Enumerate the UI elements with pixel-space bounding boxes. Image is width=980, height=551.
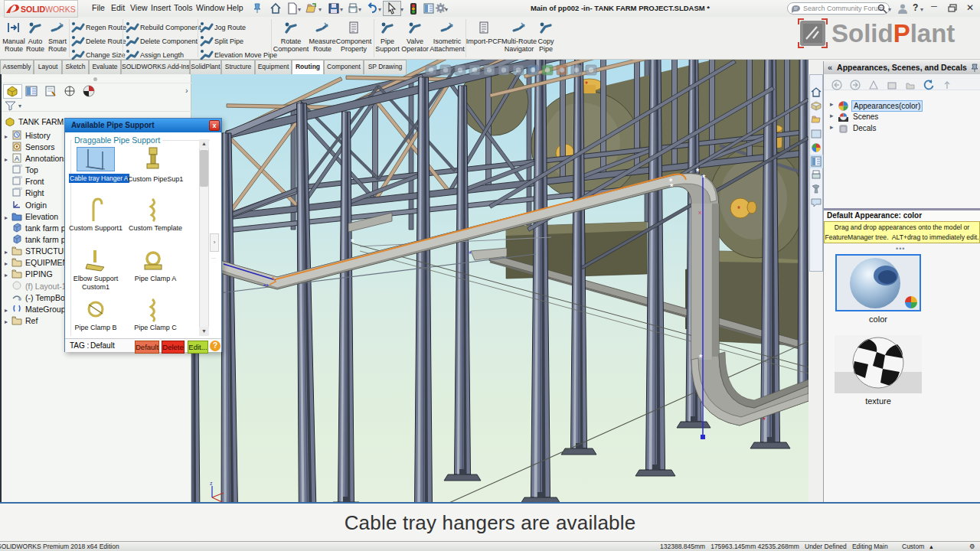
svg-text:*: *	[702, 173, 706, 182]
svg-text:*: *	[585, 80, 588, 89]
svg-text:SOLID: SOLID	[21, 5, 46, 14]
svg-text:*: *	[469, 250, 472, 259]
svg-text:**: **	[263, 282, 270, 290]
svg-text:SolidPlant: SolidPlant	[831, 19, 955, 47]
svg-text:x: x	[698, 209, 701, 216]
svg-text:WORKS: WORKS	[45, 5, 76, 14]
svg-text:z: z	[210, 481, 213, 486]
svg-text:*: *	[670, 182, 674, 191]
svg-text:*: *	[351, 237, 354, 246]
svg-text:*: *	[699, 353, 703, 362]
svg-text:A: A	[15, 155, 19, 162]
svg-text:*: *	[763, 416, 766, 425]
svg-text:*: *	[737, 205, 740, 214]
svg-text:*: *	[696, 167, 700, 176]
